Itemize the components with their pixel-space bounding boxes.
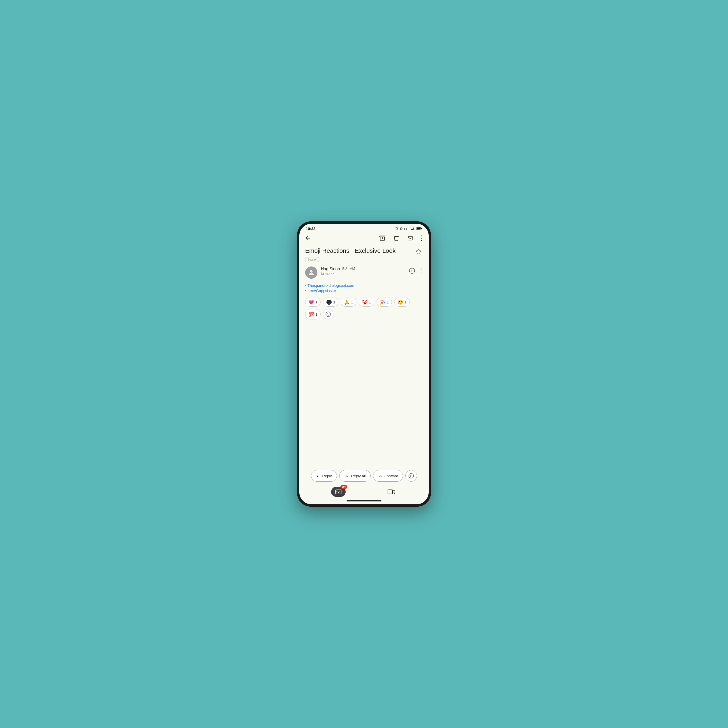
back-button[interactable] xyxy=(303,234,312,243)
home-indicator xyxy=(347,500,381,502)
vibrate-icon xyxy=(399,227,403,231)
more-button[interactable] xyxy=(420,234,424,242)
video-nav-button[interactable] xyxy=(385,487,397,497)
battery-icon xyxy=(416,227,422,230)
svg-point-13 xyxy=(421,240,422,241)
svg-rect-8 xyxy=(417,228,421,230)
svg-point-19 xyxy=(421,271,422,271)
svg-rect-2 xyxy=(411,229,412,230)
reactions-container: 💗1🌑1🙏1🤡1🎉1😊1💯1 xyxy=(305,298,423,320)
message-more-button[interactable] xyxy=(419,267,423,275)
svg-point-22 xyxy=(327,314,328,314)
svg-rect-27 xyxy=(335,490,341,494)
svg-point-12 xyxy=(421,238,422,239)
status-icons: LTE xyxy=(394,227,422,231)
star-button[interactable] xyxy=(414,247,423,256)
phone-screen: 10:33 LTE xyxy=(299,224,429,504)
link-2[interactable]: • t.me/GappsLeaks xyxy=(305,289,423,293)
svg-rect-3 xyxy=(412,229,413,230)
reaction-emoji-3: 🤡 xyxy=(362,299,368,305)
sender-name-row: Hag Singh 5:21 AM xyxy=(321,266,355,271)
reply-label: Reply xyxy=(322,474,332,478)
add-reaction-button[interactable] xyxy=(323,309,333,320)
reaction-pill-3[interactable]: 🤡1 xyxy=(359,298,374,307)
svg-point-14 xyxy=(310,270,313,273)
status-time: 10:33 xyxy=(306,226,315,231)
sender-actions xyxy=(408,266,423,275)
svg-point-20 xyxy=(421,272,422,274)
reaction-count-0: 1 xyxy=(315,300,317,304)
forward-label: Forward xyxy=(384,474,398,478)
svg-point-17 xyxy=(413,270,413,271)
signal-icon xyxy=(411,227,415,230)
svg-point-15 xyxy=(410,268,414,274)
mail-nav-button[interactable]: 99+ xyxy=(331,487,346,497)
reaction-pill-1[interactable]: 🌑1 xyxy=(323,298,338,307)
reaction-pill-5[interactable]: 😊1 xyxy=(394,298,410,307)
reaction-count-2: 1 xyxy=(351,300,353,304)
reaction-count-5: 1 xyxy=(404,300,407,304)
forward-button[interactable]: Forward xyxy=(373,470,403,482)
sender-name: Hag Singh xyxy=(321,266,340,271)
sender-details: Hag Singh 5:21 AM to me xyxy=(321,266,355,276)
recipient-label: to me xyxy=(321,272,330,276)
reply-all-button[interactable]: Reply all xyxy=(339,470,371,482)
reaction-pill-4[interactable]: 🎉1 xyxy=(376,298,392,307)
emoji-react-button[interactable] xyxy=(408,266,416,275)
reaction-emoji-1: 🌑 xyxy=(326,299,332,305)
reply-button[interactable]: Reply xyxy=(311,470,337,482)
reaction-emoji-2: 🙏 xyxy=(344,299,350,305)
svg-rect-28 xyxy=(388,490,393,494)
sender-row: Hag Singh 5:21 AM to me xyxy=(305,266,423,279)
email-content: Emoji Reactions - Exclusive Look Inbox xyxy=(299,244,429,467)
reaction-count-4: 1 xyxy=(387,300,389,304)
reaction-pill-6[interactable]: 💯1 xyxy=(305,309,321,320)
action-buttons: Reply Reply all Forward xyxy=(302,470,426,482)
email-body: • Thespandroid.blogspot.com • t.me/Gapps… xyxy=(305,283,423,293)
mail-badge: 99+ xyxy=(340,485,347,489)
svg-rect-5 xyxy=(413,228,414,230)
inbox-badge: Inbox xyxy=(305,257,319,262)
sender-time: 5:21 AM xyxy=(342,267,355,271)
svg-point-25 xyxy=(410,475,411,476)
reaction-emoji-0: 💗 xyxy=(308,299,314,305)
email-subject: Emoji Reactions - Exclusive Look xyxy=(305,247,395,254)
svg-point-23 xyxy=(329,314,329,314)
svg-rect-4 xyxy=(413,228,413,230)
mail-nav-icon xyxy=(335,489,341,494)
reaction-count-1: 1 xyxy=(333,300,335,304)
mark-read-button[interactable] xyxy=(406,234,414,243)
reaction-pill-2[interactable]: 🙏1 xyxy=(341,298,356,307)
bottom-bar: Reply Reply all Forward xyxy=(299,467,429,504)
alarm-icon xyxy=(394,227,398,231)
link-1[interactable]: • Thespandroid.blogspot.com xyxy=(305,283,423,288)
svg-point-11 xyxy=(421,236,422,237)
reaction-count-6: 1 xyxy=(315,312,317,317)
svg-rect-7 xyxy=(421,228,422,229)
archive-button[interactable] xyxy=(378,234,387,243)
svg-rect-10 xyxy=(408,237,413,240)
reaction-pill-0[interactable]: 💗1 xyxy=(305,298,321,307)
video-nav-icon xyxy=(388,489,395,495)
svg-point-16 xyxy=(411,270,411,271)
nav-bar: 99+ xyxy=(302,485,426,500)
recipient-row[interactable]: to me xyxy=(321,272,355,276)
reaction-count-3: 1 xyxy=(369,300,371,304)
reply-all-label: Reply all xyxy=(351,474,366,478)
chevron-down-icon xyxy=(330,272,335,276)
reaction-emoji-5: 😊 xyxy=(398,299,403,305)
svg-rect-9 xyxy=(380,236,385,237)
reaction-emoji-6: 💯 xyxy=(308,312,314,317)
phone-shell: 10:33 LTE xyxy=(297,221,431,507)
status-bar: 10:33 LTE xyxy=(299,224,429,232)
sender-info: Hag Singh 5:21 AM to me xyxy=(305,266,355,279)
svg-point-26 xyxy=(412,475,412,476)
lte-label: LTE xyxy=(404,227,410,231)
svg-point-18 xyxy=(421,269,422,269)
delete-button[interactable] xyxy=(392,234,401,243)
emoji-action-button[interactable] xyxy=(405,470,417,482)
toolbar-right xyxy=(378,234,424,243)
reaction-emoji-4: 🎉 xyxy=(380,299,385,305)
svg-rect-1 xyxy=(401,228,402,230)
svg-point-21 xyxy=(326,312,331,317)
